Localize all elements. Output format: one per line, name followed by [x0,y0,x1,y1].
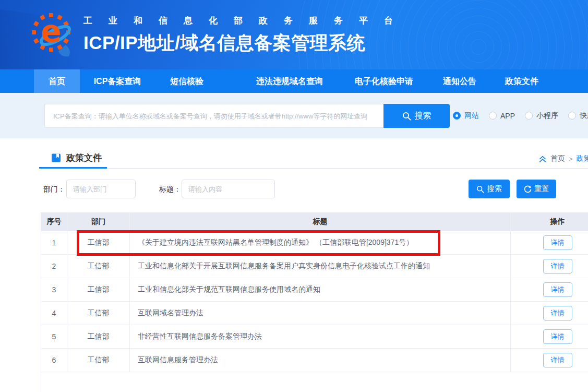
row-dept: 工信部 [67,231,130,254]
row-no: 4 [41,302,67,325]
row-no: 1 [41,231,67,254]
breadcrumb: 首页 > 政策文件 [538,154,588,163]
dept-filter-input[interactable] [66,180,136,198]
row-no: 6 [41,349,67,372]
title-filter-input[interactable] [182,180,275,198]
nav-item-home[interactable]: 首页 [34,69,80,93]
row-dept: 工信部 [67,278,130,301]
detail-button[interactable]: 详情 [543,353,572,367]
nav-item-e-verify-apply[interactable]: 电子化核验申请 [355,69,413,93]
radio-unselected-icon [568,112,576,120]
row-title: 《关于建立境内违法互联网站黑名单管理制度的通知》 （工信部联电管[2009]37… [130,231,511,254]
detail-button[interactable]: 详情 [543,306,572,320]
nav-item-icp-query[interactable]: ICP备案查询 [94,69,141,93]
col-header-dept: 部门 [67,212,130,231]
breadcrumb-separator: > [569,155,573,163]
search-icon [476,185,484,193]
row-dept: 工信部 [67,255,130,278]
icp-search-section: 搜索 网站 APP 小程序 快应用 [0,93,588,138]
nav-item-policy-files[interactable]: 政策文件 [505,69,538,93]
dept-filter-label: 部门： [43,180,65,198]
row-title: 非经营性互联网信息服务备案管理办法 [130,325,511,348]
ministry-line: 工业和信息化部政务服务平台 [83,15,409,27]
row-title: 工业和信息化部关于规范互联网信息服务使用域名的通知 [130,278,511,301]
table-row: 1 工信部 《关于建立境内违法互联网站黑名单管理制度的通知》 （工信部联电管[2… [41,231,588,255]
filter-reset-button[interactable]: 重置 [517,180,556,198]
radio-unselected-icon [525,112,533,120]
icp-search-input[interactable] [44,104,383,128]
miit-logo-icon: e [31,11,71,60]
table-row: 2 工信部 工业和信息化部关于开展互联网信息服务备案用户真实身份信息电子化核验试… [41,255,588,278]
col-header-no: 序号 [41,212,67,231]
row-title: 互联网域名管理办法 [130,302,511,325]
table-empty-row [41,372,588,392]
radio-selected-icon [453,112,461,120]
filter-bar: 部门： 标题： 搜索 重置 [0,180,588,198]
row-title: 工业和信息化部关于开展互联网信息服务备案用户真实身份信息电子化核验试点工作的通知 [130,255,511,278]
col-header-title: 标题 [130,212,511,231]
radio-app[interactable]: APP [489,112,515,120]
app-header: e 工业和信息化部政务服务平台 ICP/IP地址/域名信息备案管理系统 [0,0,588,69]
detail-button[interactable]: 详情 [543,259,572,274]
main-nav: 首页 ICP备案查询 短信核验 违法违规域名查询 电子化核验申请 通知公告 政策… [0,69,588,93]
detail-button[interactable]: 详情 [543,282,572,297]
section-title-label: 政策文件 [66,152,102,164]
policy-files-table: 序号 部门 标题 操作 1 工信部 《关于建立境内违法互联网站黑名单管理制度的通… [41,212,588,372]
table-row: 4 工信部 互联网域名管理办法 详情 [41,302,588,325]
table-row: 3 工信部 工业和信息化部关于规范互联网信息服务使用域名的通知 详情 [41,278,588,302]
row-dept: 工信部 [67,302,130,325]
table-row: 5 工信部 非经营性互联网信息服务备案管理办法 详情 [41,325,588,349]
detail-button[interactable]: 详情 [543,329,572,344]
section-title-policy-files: 政策文件 [51,152,102,164]
row-no: 2 [41,255,67,278]
search-type-radio-group: 网站 APP 小程序 快应用 [453,93,588,138]
row-no: 3 [41,278,67,301]
active-tab-underline [39,167,107,169]
nav-item-sms-verify[interactable]: 短信核验 [170,69,203,93]
col-header-action: 操作 [511,212,588,231]
row-no: 5 [41,325,67,348]
icp-search-button[interactable]: 搜索 [383,104,450,128]
radio-unselected-icon [489,112,497,120]
radio-quickapp[interactable]: 快应用 [568,111,588,121]
refresh-icon [524,185,532,193]
row-title: 互联网信息服务管理办法 [130,349,511,372]
row-dept: 工信部 [67,325,130,348]
system-title: ICP/IP地址/域名信息备案管理系统 [83,31,409,55]
detail-button[interactable]: 详情 [543,235,572,250]
search-button-label: 搜索 [415,111,431,122]
table-row: 6 工信部 互联网信息服务管理办法 详情 [41,349,588,372]
radio-miniprogram[interactable]: 小程序 [525,111,558,121]
nav-item-illegal-domain-query[interactable]: 违法违规域名查询 [256,69,323,93]
home-icon [538,155,547,163]
radio-website[interactable]: 网站 [453,111,479,121]
breadcrumb-home-link[interactable]: 首页 [550,154,565,163]
breadcrumb-current: 政策文件 [577,154,588,163]
page: e 工业和信息化部政务服务平台 ICP/IP地址/域名信息备案管理系统 首页 I… [0,0,588,392]
filter-search-button[interactable]: 搜索 [469,180,510,198]
book-icon [51,153,61,163]
section-divider [40,168,588,169]
row-dept: 工信部 [67,349,130,372]
title-filter-label: 标题： [159,180,181,198]
table-header-row: 序号 部门 标题 操作 [41,212,588,231]
svg-text:e: e [41,14,61,49]
content-area: 政策文件 首页 > 政策文件 部门： 标题： 搜索 [0,138,588,392]
search-icon [402,112,411,121]
nav-item-notices[interactable]: 通知公告 [443,69,476,93]
